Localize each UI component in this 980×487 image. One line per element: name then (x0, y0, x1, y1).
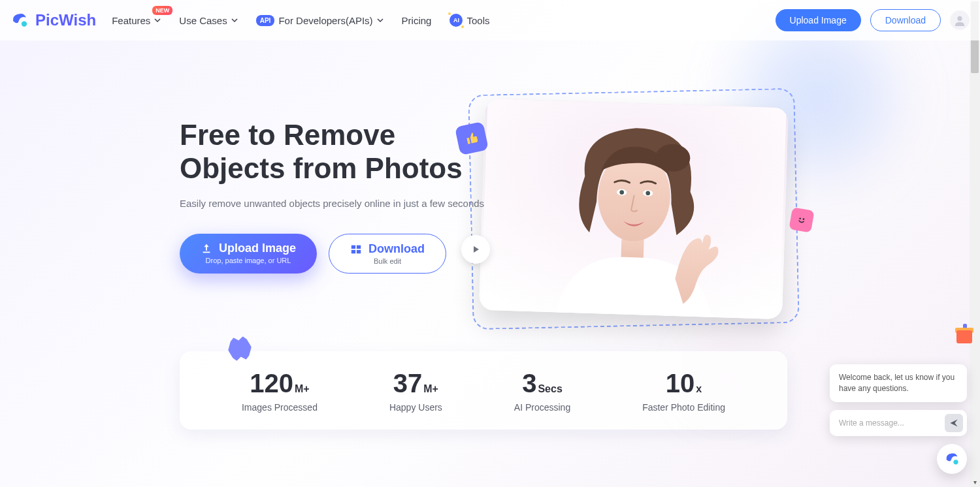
nav-tools-label: Tools (466, 15, 489, 26)
stat-value: 37 (393, 369, 423, 398)
svg-rect-5 (351, 250, 355, 253)
nav-features[interactable]: Features NEW (112, 15, 161, 26)
nav-right: Upload Image Download (776, 9, 970, 31)
logo-icon (944, 451, 960, 467)
hero: Free to Remove Objects from Photos Easil… (0, 40, 980, 274)
nav-api-label: For Developers(APIs) (278, 15, 372, 26)
chat-input[interactable] (839, 418, 945, 428)
svg-point-17 (953, 460, 958, 464)
upload-main-label: Upload Image (219, 242, 296, 255)
nav-usecases[interactable]: Use Cases (179, 15, 237, 26)
avatar[interactable] (950, 10, 970, 30)
upload-image-button[interactable]: Upload Image Drop, paste image, or URL (180, 234, 317, 274)
stat-label: Images Processed (242, 402, 318, 413)
nav-pricing[interactable]: Pricing (402, 15, 432, 26)
smile-icon (789, 207, 814, 232)
svg-point-0 (22, 21, 27, 26)
nav-pricing-label: Pricing (402, 15, 432, 26)
stat-unit: M+ (295, 383, 310, 395)
stat-unit: x (696, 383, 702, 395)
logo-icon (10, 11, 29, 29)
stat-value: 10 (666, 369, 695, 398)
play-button[interactable] (461, 235, 490, 264)
windows-icon (350, 244, 362, 255)
ai-pill-icon: AI (449, 14, 463, 27)
user-icon (954, 14, 966, 26)
stat-faster-editing: 10x Faster Photo Editing (642, 369, 725, 413)
svg-point-15 (799, 217, 801, 219)
chat-launcher[interactable] (937, 444, 967, 474)
nav-usecases-label: Use Cases (179, 15, 227, 26)
nav-items: Features NEW Use Cases API For Developer… (112, 14, 775, 27)
nav-api[interactable]: API For Developers(APIs) (256, 15, 384, 26)
api-pill-icon: API (256, 15, 275, 26)
scroll-down-icon[interactable]: ▾ (970, 477, 980, 487)
nav-download-button[interactable]: Download (870, 9, 941, 31)
new-badge: NEW (152, 6, 172, 15)
nav-features-label: Features (112, 15, 150, 26)
stat-label: AI Processing (514, 402, 570, 413)
send-icon (949, 418, 958, 428)
download-sub-label: Bulk edit (374, 257, 401, 265)
download-app-button[interactable]: Download Bulk edit (329, 234, 446, 274)
chevron-down-icon (154, 17, 161, 24)
stat-images-processed: 120M+ Images Processed (242, 369, 318, 413)
navbar: PicWish Features NEW Use Cases API For D… (0, 0, 980, 40)
upload-icon (201, 243, 212, 255)
svg-rect-2 (203, 251, 210, 253)
chat-widget: Welcome back, let us know if you have an… (830, 364, 967, 474)
stat-happy-users: 37M+ Happy Users (389, 369, 442, 413)
chevron-down-icon (231, 17, 238, 24)
chevron-down-icon (377, 17, 384, 24)
stat-unit: M+ (423, 383, 438, 395)
chat-input-row (830, 410, 967, 436)
stat-unit: Secs (538, 383, 562, 395)
thumbs-up-icon (455, 121, 489, 155)
chat-welcome-bubble: Welcome back, let us know if you have an… (830, 364, 967, 402)
svg-rect-4 (357, 245, 361, 248)
download-main-label: Download (368, 242, 425, 256)
stat-value: 120 (250, 369, 293, 398)
stat-label: Faster Photo Editing (642, 402, 725, 413)
svg-point-16 (802, 218, 804, 220)
nav-tools[interactable]: AI Tools (449, 14, 489, 27)
svg-rect-3 (351, 245, 355, 248)
hero-title-line2: Objects from Photos (180, 152, 463, 184)
stat-value: 3 (522, 369, 536, 398)
stat-label: Happy Users (389, 402, 442, 413)
stats-card: 120M+ Images Processed 37M+ Happy Users … (180, 351, 787, 430)
gift-icon[interactable] (954, 322, 977, 346)
upload-sub-label: Drop, paste image, or URL (206, 257, 291, 264)
svg-rect-6 (357, 250, 361, 253)
chat-send-button[interactable] (945, 414, 963, 432)
logo-text: PicWish (35, 11, 96, 29)
nav-upload-button[interactable]: Upload Image (776, 9, 861, 31)
stat-ai-processing: 3Secs AI Processing (514, 369, 570, 413)
logo[interactable]: PicWish (10, 11, 96, 29)
hero-subtitle: Easily remove unwanted objects precisely… (180, 198, 519, 209)
hero-title-line1: Free to Remove (180, 119, 395, 151)
svg-point-1 (957, 16, 962, 21)
